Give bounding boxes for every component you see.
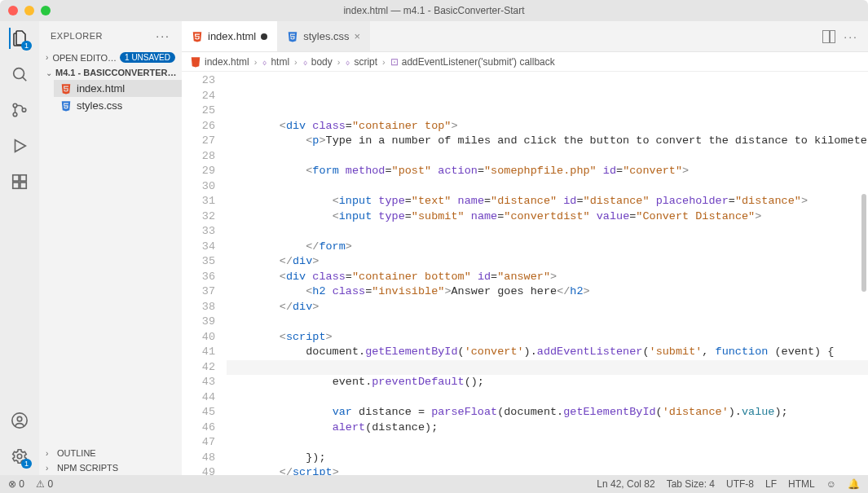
code-line[interactable]: </form> [227,240,868,255]
status-lang[interactable]: HTML [788,478,815,490]
code-line[interactable] [227,224,868,240]
line-number: 43 [182,375,215,390]
status-feedback-icon[interactable]: ☺ [826,478,836,490]
chevron-right-icon: › [294,57,297,67]
code-line[interactable] [227,435,868,451]
line-number: 37 [182,284,215,300]
code-line[interactable]: <input type="text" name="distance" id="d… [227,194,868,209]
search-icon[interactable] [9,64,30,85]
file-name: index.html [77,82,125,95]
breadcrumb-item[interactable]: ⬨body [302,56,333,68]
svg-marker-5 [15,140,26,152]
status-eol[interactable]: LF [765,478,777,490]
breadcrumb-label: html [271,56,289,68]
line-number: 23 [182,73,215,89]
scrollbar-thumb[interactable] [861,194,866,292]
breadcrumb-item[interactable]: ⊡addEventListener('submit') callback [390,56,555,68]
sidebar-more-icon[interactable]: ··· [156,29,170,42]
status-tabsize[interactable]: Tab Size: 4 [667,478,715,490]
code-line[interactable]: </div> [227,254,868,270]
breadcrumb[interactable]: index.html›⬨html›⬨body›⬨script›⊡addEvent… [182,52,868,72]
code-line[interactable]: </script> [227,465,868,475]
editor-more-icon[interactable]: ··· [844,30,858,43]
code-line[interactable]: var distance = parseFloat(document.getEl… [227,405,868,420]
code-editor[interactable]: 2324252627282930313233343536373839404142… [182,72,868,475]
chevron-right-icon: › [46,53,49,62]
breadcrumb-item[interactable]: ⬨html [262,56,289,68]
line-number: 36 [182,270,215,285]
code-line[interactable]: <div class="container bottom" id="answer… [227,270,868,285]
code-line[interactable]: <script> [227,330,868,346]
code-line[interactable] [227,149,868,165]
run-debug-icon[interactable] [9,135,30,156]
line-number: 48 [182,451,215,466]
code-line[interactable]: document.getElementById('convert').addEv… [227,345,868,360]
line-number: 27 [182,134,215,149]
code-line[interactable]: event.preventDefault(); [227,375,868,390]
line-number: 46 [182,420,215,436]
settings-gear-icon[interactable]: 1 [9,446,30,467]
svg-point-0 [14,68,24,79]
svg-point-2 [13,103,17,108]
outline-section[interactable]: › OUTLINE [39,446,182,460]
file-name: styles.css [77,99,122,112]
code-line[interactable]: </div> [227,300,868,315]
code-line[interactable]: <input type="submit" name="convertdist" … [227,209,868,225]
line-number: 35 [182,254,215,270]
tab-index-html[interactable]: index.html [182,21,277,51]
status-errors[interactable]: ⊗ 0 [8,478,24,490]
source-control-icon[interactable] [9,99,30,121]
code-line[interactable]: alert(distance); [227,420,868,436]
outline-label: OUTLINE [57,448,96,458]
code-line[interactable]: <form method="post" action="somephpfile.… [227,164,868,179]
svg-line-1 [23,77,27,81]
breadcrumb-label: body [311,56,333,68]
line-number: 34 [182,240,215,255]
current-line-highlight [227,360,868,376]
close-tab-icon[interactable]: × [355,30,361,42]
breadcrumb-item[interactable]: index.html [190,56,249,68]
split-editor-icon[interactable] [822,30,835,43]
svg-rect-9 [20,175,26,181]
code-line[interactable]: <p>Type in a number of miles and click t… [227,134,868,149]
svg-point-12 [17,454,22,459]
svg-point-11 [17,416,22,421]
line-number: 24 [182,89,215,104]
sidebar-file-item[interactable]: styles.css [54,97,182,114]
sidebar-title: EXPLORER [51,31,103,41]
tab-styles-css[interactable]: styles.css× [277,21,370,51]
status-bell-icon[interactable]: 🔔 [848,478,860,490]
open-editors-section[interactable]: › OPEN EDITO… 1 UNSAVED [39,50,182,65]
svg-rect-7 [13,183,19,188]
npm-scripts-section[interactable]: › NPM SCRIPTS [39,460,182,475]
chevron-right-icon: › [382,57,386,67]
code-line[interactable]: }); [227,451,868,466]
explorer-icon[interactable]: 1 [9,28,30,49]
line-number: 31 [182,194,215,209]
dirty-indicator-icon [261,33,267,40]
line-number: 26 [182,119,215,134]
chevron-right-icon: › [46,464,54,473]
npm-scripts-label: NPM SCRIPTS [57,463,118,473]
tab-label: styles.css [303,30,349,42]
titlebar: index.html — m4.1 - BasicConverter-Start [0,0,868,21]
status-lncol[interactable]: Ln 42, Col 82 [597,478,654,490]
line-number: 44 [182,390,215,406]
folder-section[interactable]: ⌄ M4.1 - BASICCONVERTER… [39,65,182,80]
svg-point-10 [12,413,27,428]
extensions-icon[interactable] [9,171,30,192]
code-line[interactable]: <h2 class="invisible">Answer goes here</… [227,284,868,300]
sidebar-file-item[interactable]: index.html [54,80,182,97]
accounts-icon[interactable] [9,410,30,431]
status-encoding[interactable]: UTF-8 [726,478,754,490]
breadcrumb-label: script [354,56,377,68]
code-line[interactable]: <div class="container top"> [227,119,868,134]
code-line[interactable] [227,179,868,195]
tab-label: index.html [208,30,256,42]
breadcrumb-item[interactable]: ⬨script [345,56,377,68]
code-line[interactable] [227,390,868,406]
sidebar: EXPLORER ··· › OPEN EDITO… 1 UNSAVED ⌄ M… [39,21,182,475]
line-number: 45 [182,405,215,420]
code-line[interactable] [227,315,868,330]
status-warnings[interactable]: ⚠ 0 [36,478,53,490]
